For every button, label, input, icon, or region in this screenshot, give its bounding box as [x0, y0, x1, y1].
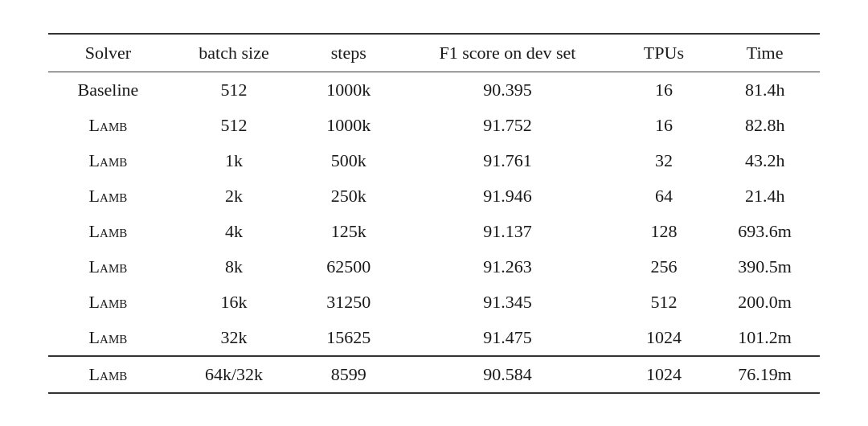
solver-name: Lamb — [89, 221, 128, 241]
cell-batch-size: 32k — [168, 320, 300, 356]
solver-name: Lamb — [89, 256, 128, 276]
table-row: Lamb4k125k91.137128693.6m — [48, 214, 820, 249]
header-row: Solver batch size steps F1 score on dev … — [48, 34, 820, 72]
cell-batch-size: 4k — [168, 214, 300, 249]
table-row: Lamb2k250k91.9466421.4h — [48, 178, 820, 214]
cell-batch-size: 16k — [168, 285, 300, 320]
table-row: Lamb1k500k91.7613243.2h — [48, 143, 820, 178]
cell-solver: Lamb — [48, 178, 168, 214]
cell-tpus: 1024 — [618, 356, 710, 393]
solver-name: Lamb — [89, 115, 128, 135]
cell-time: 101.2m — [710, 320, 820, 356]
cell-batch-size: 512 — [168, 72, 300, 108]
cell-batch-size: 8k — [168, 249, 300, 285]
cell-batch-size: 512 — [168, 108, 300, 143]
solver-name: Lamb — [89, 292, 128, 312]
cell-steps: 500k — [300, 143, 397, 178]
cell-steps: 1000k — [300, 72, 397, 108]
cell-steps: 62500 — [300, 249, 397, 285]
header-batch-size: batch size — [168, 34, 300, 72]
cell-batch-size: 64k/32k — [168, 356, 300, 393]
cell-time: 76.19m — [710, 356, 820, 393]
cell-solver: Lamb — [48, 320, 168, 356]
cell-steps: 15625 — [300, 320, 397, 356]
cell-time: 21.4h — [710, 178, 820, 214]
cell-solver: Lamb — [48, 108, 168, 143]
cell-time: 81.4h — [710, 72, 820, 108]
cell-tpus: 128 — [618, 214, 710, 249]
cell-solver: Lamb — [48, 214, 168, 249]
solver-name: Lamb — [89, 186, 128, 206]
cell-solver: Baseline — [48, 72, 168, 108]
cell-batch-size: 2k — [168, 178, 300, 214]
cell-tpus: 256 — [618, 249, 710, 285]
cell-f1: 90.395 — [397, 72, 617, 108]
cell-tpus: 512 — [618, 285, 710, 320]
cell-tpus: 32 — [618, 143, 710, 178]
cell-time: 693.6m — [710, 214, 820, 249]
cell-f1: 91.345 — [397, 285, 617, 320]
cell-f1: 91.475 — [397, 320, 617, 356]
table-row: Lamb16k3125091.345512200.0m — [48, 285, 820, 320]
table-row: Lamb64k/32k859990.584102476.19m — [48, 356, 820, 393]
header-f1-score: F1 score on dev set — [397, 34, 617, 72]
cell-f1: 91.946 — [397, 178, 617, 214]
cell-f1: 91.752 — [397, 108, 617, 143]
cell-time: 390.5m — [710, 249, 820, 285]
cell-steps: 1000k — [300, 108, 397, 143]
table-container: Solver batch size steps F1 score on dev … — [48, 33, 820, 394]
cell-tpus: 16 — [618, 72, 710, 108]
solver-name: Lamb — [89, 364, 128, 384]
results-table: Solver batch size steps F1 score on dev … — [48, 33, 820, 394]
cell-time: 200.0m — [710, 285, 820, 320]
cell-solver: Lamb — [48, 249, 168, 285]
cell-steps: 250k — [300, 178, 397, 214]
cell-f1: 91.761 — [397, 143, 617, 178]
cell-f1: 90.584 — [397, 356, 617, 393]
cell-time: 43.2h — [710, 143, 820, 178]
cell-tpus: 1024 — [618, 320, 710, 356]
table-row: Lamb32k1562591.4751024101.2m — [48, 320, 820, 356]
cell-batch-size: 1k — [168, 143, 300, 178]
solver-name: Lamb — [89, 150, 128, 170]
table-row: Baseline5121000k90.3951681.4h — [48, 72, 820, 108]
header-tpus: TPUs — [618, 34, 710, 72]
cell-time: 82.8h — [710, 108, 820, 143]
cell-solver: Lamb — [48, 356, 168, 393]
header-steps: steps — [300, 34, 397, 72]
cell-f1: 91.263 — [397, 249, 617, 285]
cell-solver: Lamb — [48, 285, 168, 320]
table-row: Lamb8k6250091.263256390.5m — [48, 249, 820, 285]
table-row: Lamb5121000k91.7521682.8h — [48, 108, 820, 143]
cell-f1: 91.137 — [397, 214, 617, 249]
cell-steps: 31250 — [300, 285, 397, 320]
cell-tpus: 64 — [618, 178, 710, 214]
cell-solver: Lamb — [48, 143, 168, 178]
header-solver: Solver — [48, 34, 168, 72]
cell-steps: 8599 — [300, 356, 397, 393]
cell-steps: 125k — [300, 214, 397, 249]
solver-name: Lamb — [89, 327, 128, 347]
cell-tpus: 16 — [618, 108, 710, 143]
header-time: Time — [710, 34, 820, 72]
